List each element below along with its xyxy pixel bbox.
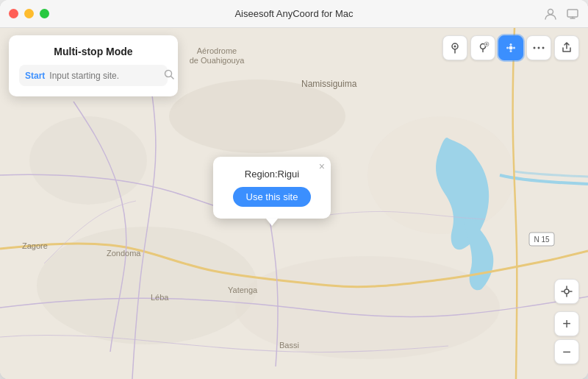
- app-window: Aiseesoft AnyCoord for Mac: [0, 0, 588, 379]
- svg-point-0: [548, 9, 553, 14]
- titlebar-right-icons: [544, 7, 579, 21]
- search-row: Start: [19, 65, 168, 86]
- panel-title: Multi-stop Mode: [19, 46, 168, 57]
- settings-pin-button[interactable]: [470, 35, 495, 60]
- export-button[interactable]: [554, 35, 579, 60]
- svg-text:N 15: N 15: [534, 235, 550, 244]
- svg-point-26: [510, 43, 512, 46]
- window-controls: [9, 9, 49, 18]
- close-button[interactable]: [9, 9, 18, 18]
- svg-rect-1: [567, 10, 578, 17]
- zoom-in-button[interactable]: +: [554, 311, 579, 336]
- svg-text:Bassi: Bassi: [279, 341, 299, 350]
- svg-point-4: [169, 79, 345, 153]
- start-input[interactable]: [49, 71, 159, 81]
- start-label: Start: [25, 71, 45, 81]
- popup-tail: [266, 219, 278, 226]
- popup-region-label: Region:Rigui: [228, 169, 316, 180]
- zoom-out-button[interactable]: −: [554, 339, 579, 364]
- map-toolbar: [442, 35, 579, 60]
- svg-point-32: [564, 289, 569, 294]
- joystick-button[interactable]: [498, 35, 523, 60]
- svg-point-19: [454, 46, 456, 48]
- svg-point-30: [542, 47, 545, 49]
- user-icon[interactable]: [544, 7, 557, 21]
- svg-point-29: [538, 47, 540, 49]
- location-button[interactable]: [554, 279, 579, 304]
- svg-point-27: [510, 50, 512, 52]
- titlebar: Aiseesoft AnyCoord for Mac: [0, 0, 588, 28]
- svg-point-28: [534, 47, 536, 49]
- map-area[interactable]: Aérodrome de Ouahigouya Namissiguima Zag…: [0, 28, 588, 379]
- svg-point-25: [513, 47, 515, 49]
- minimize-button[interactable]: [24, 9, 34, 18]
- svg-point-23: [509, 46, 513, 50]
- location-popup: × Region:Rigui Use this site: [213, 157, 331, 219]
- svg-text:Namissiguima: Namissiguima: [301, 79, 357, 89]
- svg-point-24: [506, 47, 509, 49]
- svg-text:Yatenga: Yatenga: [228, 286, 258, 294]
- svg-text:Zagore: Zagore: [22, 241, 48, 250]
- popup-close-button[interactable]: ×: [319, 161, 325, 171]
- screen-icon[interactable]: [566, 7, 579, 21]
- multistop-panel: Multi-stop Mode Start: [9, 35, 178, 96]
- window-title: Aiseesoft AnyCoord for Mac: [234, 8, 353, 19]
- search-icon[interactable]: [164, 69, 174, 82]
- maximize-button[interactable]: [40, 9, 49, 18]
- dots-menu-button[interactable]: [526, 35, 551, 60]
- svg-point-7: [235, 256, 500, 359]
- svg-point-3: [29, 116, 147, 205]
- svg-text:de Ouahigouya: de Ouahigouya: [190, 56, 245, 65]
- svg-text:Léba: Léba: [151, 293, 169, 302]
- use-this-site-button[interactable]: Use this site: [233, 187, 312, 207]
- svg-text:Zondoma: Zondoma: [107, 249, 141, 258]
- svg-text:Aérodrome: Aérodrome: [197, 46, 237, 55]
- pin-mode-button[interactable]: [442, 35, 467, 60]
- zoom-controls: + −: [554, 279, 579, 364]
